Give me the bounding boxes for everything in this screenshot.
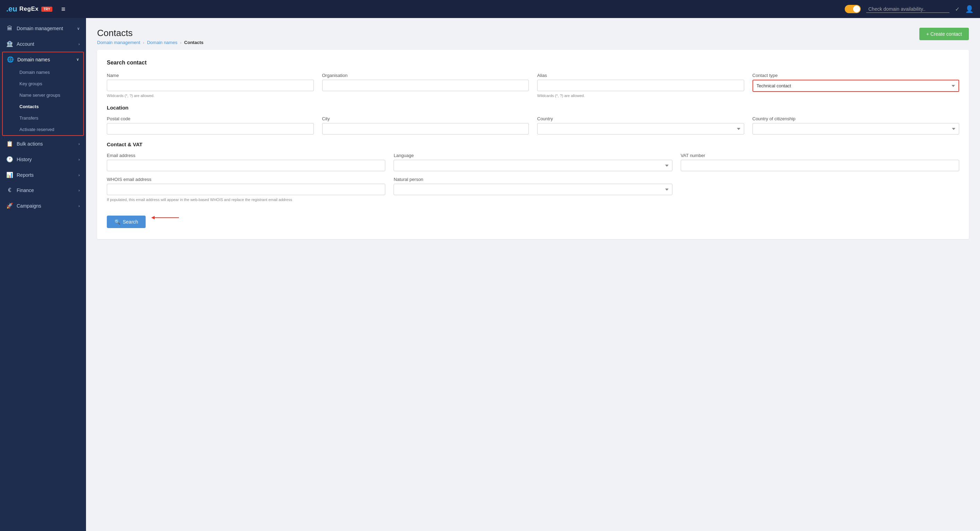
breadcrumb-domain-management[interactable]: Domain management [97,40,140,45]
natural-person-label: Natural person [394,177,672,182]
search-form-card: Search contact Name Wildcards (*, ?) are… [97,50,969,239]
contact-type-select-wrapper: Technical contact Registrant Billing con… [752,80,959,92]
sidebar-item-contacts[interactable]: Contacts [3,101,83,112]
chevron-down-icon: ∨ [76,57,79,62]
page-layout: 🏛 Domain management ∨ 🏦 Account › 🌐 Doma… [0,18,980,531]
history-icon: 🕐 [6,156,13,162]
chevron-down-icon: ∨ [77,26,80,31]
create-contact-button[interactable]: + Create contact [919,28,969,40]
postal-code-label: Postal code [107,116,314,121]
theme-toggle[interactable] [845,5,861,13]
whois-label: WHOIS email address [107,177,385,182]
chevron-right-icon: › [78,142,80,146]
email-field-group: Email address [107,153,385,171]
country-field-group: Country [537,116,744,135]
chevron-right-icon: › [78,204,80,208]
name-input[interactable] [107,80,314,91]
vat-input[interactable] [681,160,959,171]
chevron-right-icon: › [78,157,80,162]
name-label: Name [107,73,314,78]
domain-management-icon: 🏛 [6,25,13,32]
whois-input[interactable] [107,184,385,195]
domain-check-input[interactable] [866,6,950,13]
form-row-location: Postal code City Country Country of citi… [107,116,959,135]
sidebar-item-transfers[interactable]: Transfers [3,112,83,124]
breadcrumb-sep-1: › [143,41,144,45]
page-title: Contacts [97,28,204,38]
sidebar-item-domain-names-sub[interactable]: Domain names [3,67,83,78]
country-citizenship-select[interactable] [752,123,959,135]
language-field-group: Language [394,153,672,171]
chevron-right-icon: › [78,188,80,192]
contact-type-select[interactable]: Technical contact Registrant Billing con… [753,80,959,91]
chevron-right-icon: › [78,42,80,46]
sidebar-item-name-server-groups[interactable]: Name server groups [3,89,83,101]
sidebar: 🏛 Domain management ∨ 🏦 Account › 🌐 Doma… [0,18,86,531]
sidebar-item-activate-reserved[interactable]: Activate reserved [3,124,83,135]
search-form-title: Search contact [107,60,959,66]
sidebar-item-account[interactable]: 🏦 Account › [0,36,86,52]
city-input[interactable] [322,123,529,135]
bulk-actions-icon: 📋 [6,140,13,147]
language-select[interactable] [394,160,672,171]
sidebar-item-label: Finance [17,188,34,193]
contact-type-label: Contact type [752,73,959,78]
email-input[interactable] [107,160,385,171]
try-badge: TRY [41,6,52,12]
country-select[interactable] [537,123,744,135]
eu-logo: .eu [6,5,18,14]
sidebar-item-domain-management[interactable]: 🏛 Domain management ∨ [0,21,86,36]
logo: .eu RegEx TRY [6,5,52,14]
chevron-right-icon: › [78,173,80,177]
breadcrumb-current: Contacts [184,40,204,45]
sidebar-item-label: Bulk actions [17,141,43,146]
sidebar-item-label: Reports [17,172,33,178]
alias-field-group: Alias Wildcards (*, ?) are allowed. [537,73,744,98]
main-content: Contacts Domain management › Domain name… [86,18,980,531]
name-field-group: Name Wildcards (*, ?) are allowed. [107,73,314,98]
sidebar-item-history[interactable]: 🕐 History › [0,151,86,167]
sidebar-item-bulk-actions[interactable]: 📋 Bulk actions › [0,136,86,151]
campaigns-icon: 🚀 [6,202,13,209]
whois-hint: If populated, this email address will ap… [107,197,385,202]
sidebar-item-campaigns[interactable]: 🚀 Campaigns › [0,198,86,213]
page-header: Contacts Domain management › Domain name… [97,28,969,45]
sidebar-item-label: Account [17,41,34,47]
account-icon: 🏦 [6,41,13,47]
checkmark-icon: ✓ [955,6,959,13]
search-button[interactable]: 🔍 Search [107,216,146,228]
search-icon: 🔍 [115,219,120,224]
organisation-label: Organisation [322,73,529,78]
postal-code-input[interactable] [107,123,314,135]
domain-names-section: 🌐 Domain names ∨ Domain names Key groups… [2,52,84,136]
city-field-group: City [322,116,529,135]
sidebar-item-label: Campaigns [17,203,41,209]
red-arrow-svg [151,215,182,221]
globe-icon: 🌐 [7,56,14,63]
vat-label: VAT number [681,153,959,158]
alias-label: Alias [537,73,744,78]
hamburger-menu[interactable]: ≡ [59,4,68,14]
domain-names-submenu: Domain names Key groups Name server grou… [3,67,83,135]
whois-field-group: WHOIS email address If populated, this e… [107,177,385,202]
sidebar-item-key-groups[interactable]: Key groups [3,78,83,89]
organisation-input[interactable] [322,80,529,91]
regex-text: RegEx [19,6,38,13]
location-section-title: Location [107,105,959,111]
sidebar-item-domain-names[interactable]: 🌐 Domain names ∨ [3,52,83,67]
natural-person-field-group: Natural person [394,177,672,202]
natural-person-select[interactable] [394,184,672,195]
page-title-section: Contacts Domain management › Domain name… [97,28,204,45]
alias-input[interactable] [537,80,744,91]
sidebar-item-finance[interactable]: € Finance › [0,183,86,198]
topnav-right: ✓ 👤 [845,5,974,13]
breadcrumb-domain-names[interactable]: Domain names [147,40,177,45]
user-icon[interactable]: 👤 [965,5,974,13]
sidebar-item-reports[interactable]: 📊 Reports › [0,167,86,183]
reports-icon: 📊 [6,172,13,178]
vat-field-group: VAT number [681,153,959,171]
svg-marker-1 [151,216,155,219]
breadcrumb: Domain management › Domain names › Conta… [97,40,204,45]
sidebar-item-label: Domain management [17,25,63,31]
contact-type-field-group: Contact type Technical contact Registran… [752,73,959,98]
